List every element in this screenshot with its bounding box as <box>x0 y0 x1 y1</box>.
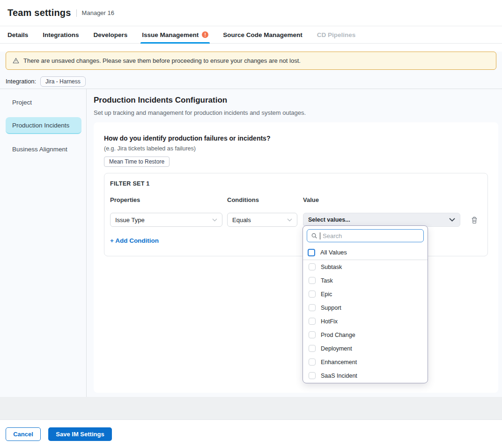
unsaved-changes-banner: There are unsaved changes. Please save t… <box>6 52 496 70</box>
conditions-column-label: Conditions <box>227 196 297 203</box>
value-dropdown-panel: All Values Subtask Task E <box>303 225 428 383</box>
option-epic[interactable]: Epic <box>303 287 428 301</box>
option-enhancement[interactable]: Enhancement <box>303 355 428 369</box>
text-cursor <box>320 232 320 239</box>
option-customer-notification[interactable]: Customer Notification <box>303 382 428 383</box>
sidebar-item-project[interactable]: Project <box>6 94 81 111</box>
chevron-down-icon <box>449 218 455 222</box>
dropdown-search-input[interactable] <box>323 232 420 239</box>
option-support[interactable]: Support <box>303 301 428 314</box>
option-hotfix[interactable]: HotFix <box>303 314 428 328</box>
checkbox-icon[interactable] <box>309 331 316 338</box>
conditions-select[interactable]: Equals <box>227 213 297 227</box>
search-icon <box>311 232 317 239</box>
option-task[interactable]: Task <box>303 274 428 287</box>
tab-details[interactable]: Details <box>7 26 28 43</box>
add-condition-button[interactable]: + Add Condition <box>110 237 159 244</box>
tab-source-code-management[interactable]: Source Code Management <box>223 26 303 43</box>
tab-bar: Details Integrations Developers Issue Ma… <box>0 26 502 44</box>
section-subtitle: Set up tracking and management for produ… <box>94 109 498 116</box>
option-subtask[interactable]: Subtask <box>303 260 428 274</box>
filter-set-1: FILTER SET 1 Properties Issue Type <box>104 173 488 256</box>
integration-chip[interactable]: Jira - Harness <box>40 76 86 87</box>
page-body: There are unsaved changes. Please save t… <box>0 52 502 419</box>
filter-set-title: FILTER SET 1 <box>110 180 482 187</box>
page-title: Team settings <box>7 7 71 18</box>
option-deployment[interactable]: Deployment <box>303 342 428 355</box>
banner-text: There are unsaved changes. Please save t… <box>23 57 301 64</box>
checkbox-icon[interactable] <box>309 358 316 366</box>
tab-integrations[interactable]: Integrations <box>43 26 79 43</box>
value-column-label: Value <box>303 196 460 203</box>
chevron-down-icon <box>212 218 217 222</box>
footer-spacer <box>0 397 502 419</box>
checkbox-icon[interactable] <box>309 345 316 352</box>
properties-column-label: Properties <box>110 196 222 203</box>
checkbox-icon[interactable] <box>309 372 316 379</box>
question-hint: (e.g. Jira tickets labeled as failures) <box>104 145 488 152</box>
section-title: Production Incidents Configuration <box>94 96 498 105</box>
properties-select[interactable]: Issue Type <box>110 213 222 227</box>
chevron-down-icon <box>287 218 292 222</box>
settings-sidebar: Project Production Incidents Business Al… <box>0 89 87 397</box>
filter-row: Properties Issue Type Conditions <box>110 196 482 227</box>
checkbox-icon[interactable] <box>309 304 316 311</box>
content-area: Project Production Incidents Business Al… <box>0 89 502 397</box>
action-footer: Cancel Save IM Settings <box>0 419 502 448</box>
team-name-label: Manager 16 <box>82 9 114 16</box>
metric-chip[interactable]: Mean Time to Restore <box>104 157 170 167</box>
integration-label: Integration: <box>6 78 36 85</box>
sidebar-item-production-incidents[interactable]: Production Incidents <box>6 117 81 134</box>
cancel-button[interactable]: Cancel <box>6 427 41 441</box>
trash-icon <box>471 216 478 224</box>
dropdown-search-box <box>307 229 424 242</box>
save-im-settings-button[interactable]: Save IM Settings <box>48 427 112 441</box>
option-prod-change[interactable]: Prod Change <box>303 328 428 342</box>
unsaved-changes-badge-icon: ! <box>202 31 208 38</box>
checkbox-icon[interactable] <box>308 249 315 256</box>
main-panel: Production Incidents Configuration Set u… <box>87 89 502 397</box>
title-separator <box>76 9 77 17</box>
page-header: Team settings Manager 16 <box>0 0 502 26</box>
delete-filter-button[interactable] <box>470 216 479 225</box>
checkbox-icon[interactable] <box>309 291 316 298</box>
checkbox-icon[interactable] <box>309 263 316 270</box>
question-heading: How do you identify production failures … <box>104 134 488 142</box>
checkbox-icon[interactable] <box>309 277 316 284</box>
incidents-config-card: How do you identify production failures … <box>94 122 498 393</box>
dropdown-option-list: Subtask Task Epic Support <box>303 260 428 383</box>
tab-developers[interactable]: Developers <box>94 26 128 43</box>
value-multiselect[interactable]: Select values... <box>303 213 460 227</box>
tab-issue-management[interactable]: Issue Management ! <box>142 26 208 43</box>
warning-icon <box>12 57 20 64</box>
tab-cd-pipelines: CD Pipelines <box>317 26 356 43</box>
option-saas-incident[interactable]: SaaS Incident <box>303 369 428 382</box>
sidebar-item-business-alignment[interactable]: Business Alignment <box>6 141 81 157</box>
integration-row: Integration: Jira - Harness <box>6 76 496 87</box>
checkbox-icon[interactable] <box>309 318 316 325</box>
option-all-values[interactable]: All Values <box>303 245 428 260</box>
